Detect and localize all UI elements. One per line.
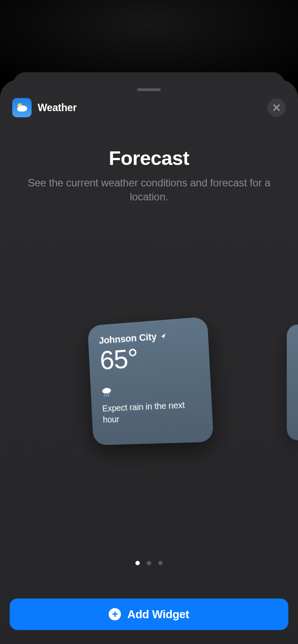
pagination-dot-3[interactable]: [158, 561, 163, 565]
widget-size-carousel[interactable]: Johnson City 65° Expect rain in the next…: [0, 204, 298, 561]
widget-temperature: 65°: [99, 341, 198, 374]
weather-icon: [15, 101, 29, 115]
cloud-rain-icon: [101, 386, 113, 398]
widget-description: Expect rain in the next hour: [102, 399, 201, 425]
app-name-label: Weather: [38, 102, 77, 114]
plus-icon: +: [112, 609, 118, 620]
pagination-dot-1[interactable]: [135, 561, 140, 565]
page-subtitle: See the current weather conditions and f…: [0, 176, 298, 204]
add-widget-button[interactable]: + Add Widget: [10, 598, 288, 630]
location-arrow-icon: [160, 332, 167, 340]
svg-line-7: [108, 394, 109, 396]
plus-circle-icon: +: [109, 608, 121, 620]
svg-point-2: [17, 106, 23, 112]
add-widget-label: Add Widget: [127, 608, 189, 621]
widget-preview-next-peek[interactable]: [287, 324, 298, 441]
svg-line-5: [104, 394, 105, 396]
sheet-header: Weather: [0, 98, 298, 117]
svg-line-6: [106, 394, 107, 396]
widget-preview-small[interactable]: Johnson City 65° Expect rain in the next…: [88, 317, 214, 445]
widget-picker-sheet: Weather Forecast See the current weather…: [0, 80, 298, 644]
close-button[interactable]: [267, 98, 286, 117]
pagination-dot-2[interactable]: [147, 561, 151, 565]
close-icon: [273, 104, 280, 112]
background-texture: [0, 0, 298, 79]
page-title: Forecast: [0, 147, 298, 170]
sheet-grabber[interactable]: [137, 88, 161, 91]
weather-app-icon: [12, 98, 32, 117]
pagination-dots[interactable]: [0, 561, 298, 565]
